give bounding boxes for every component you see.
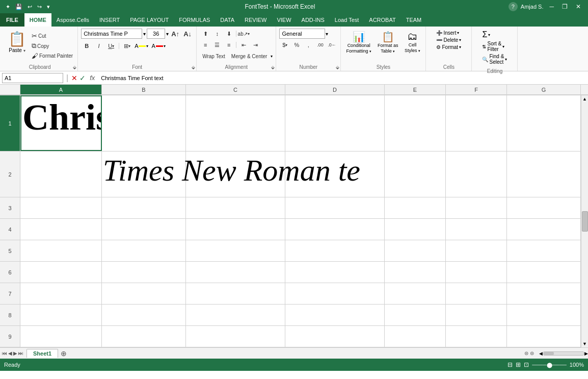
tab-formulas[interactable]: FORMULAS xyxy=(174,13,215,27)
sheet-nav-left2[interactable]: ◀ xyxy=(8,350,12,356)
cell-b6[interactable] xyxy=(102,262,186,283)
window-controls[interactable]: ─ ❐ ✕ xyxy=(546,2,584,11)
cell-e9[interactable] xyxy=(385,326,446,347)
italic-button[interactable]: I xyxy=(93,41,104,51)
number-format-dropdown-icon[interactable]: ▾ xyxy=(326,31,328,37)
row-num-9[interactable]: 9 xyxy=(0,326,20,347)
tab-load-test[interactable]: Load Test xyxy=(330,13,364,27)
cell-b3[interactable] xyxy=(102,197,186,218)
cell-g5[interactable] xyxy=(507,240,581,261)
cell-a5[interactable] xyxy=(20,240,102,261)
copy-button[interactable]: ⧉ Copy xyxy=(30,41,74,50)
cell-b2[interactable]: Times New Roman te xyxy=(102,151,186,197)
cell-a1[interactable]: Christmas Time Font text xyxy=(20,95,102,151)
align-center-button[interactable]: ☰ xyxy=(211,40,223,50)
cell-f9[interactable] xyxy=(446,326,507,347)
currency-button[interactable]: $ ▾ xyxy=(279,40,290,50)
cell-c5[interactable] xyxy=(186,240,285,261)
cell-g3[interactable] xyxy=(507,197,581,218)
cell-e6[interactable] xyxy=(385,262,446,283)
cell-b8[interactable] xyxy=(102,305,186,325)
cell-d6[interactable] xyxy=(285,262,385,283)
cell-b9[interactable] xyxy=(102,326,186,347)
wrap-text-button[interactable]: Wrap Text xyxy=(200,51,228,61)
row-num-1[interactable]: 1 xyxy=(0,95,20,151)
percent-button[interactable]: % xyxy=(291,40,302,50)
sheet-nav-right1[interactable]: ▶ xyxy=(13,350,17,356)
tab-insert[interactable]: INSERT xyxy=(94,13,125,27)
col-header-f[interactable]: F xyxy=(446,85,507,95)
cell-a7[interactable] xyxy=(20,283,102,304)
cell-b5[interactable] xyxy=(102,240,186,261)
align-left-button[interactable]: ≡ xyxy=(200,40,211,50)
align-right-button[interactable]: ≡ xyxy=(223,40,234,50)
cell-a4[interactable] xyxy=(20,219,102,240)
col-header-b[interactable]: B xyxy=(102,85,186,95)
align-middle-button[interactable]: ↕ xyxy=(211,29,223,39)
alignment-expand-icon[interactable]: ⬙ xyxy=(271,65,275,70)
fill-color-button[interactable]: A ▾ xyxy=(133,42,149,49)
autosum-button[interactable]: Σ ▾ xyxy=(480,30,509,40)
tab-view[interactable]: VIEW xyxy=(272,13,296,27)
cell-c7[interactable] xyxy=(186,283,285,304)
cell-g9[interactable] xyxy=(507,326,581,347)
cell-b1[interactable] xyxy=(102,95,186,151)
vertical-scrollbar[interactable]: ▲ ▼ xyxy=(581,95,588,347)
cell-a9[interactable] xyxy=(20,326,102,347)
cell-c1[interactable] xyxy=(186,95,285,151)
font-size-input[interactable] xyxy=(147,29,165,39)
format-as-table-button[interactable]: 📋 Format asTable ▾ xyxy=(376,30,400,55)
cell-d8[interactable] xyxy=(285,305,385,325)
cell-f7[interactable] xyxy=(446,283,507,304)
close-btn[interactable]: ✕ xyxy=(573,2,584,11)
cell-f5[interactable] xyxy=(446,240,507,261)
save-icon[interactable]: 💾 xyxy=(14,3,24,11)
cell-styles-button[interactable]: 🗂 CellStyles ▾ xyxy=(402,30,422,55)
customize-icon[interactable]: ▾ xyxy=(45,3,51,11)
tab-review[interactable]: REVIEW xyxy=(239,13,272,27)
cell-c3[interactable] xyxy=(186,197,285,218)
cell-g8[interactable] xyxy=(507,305,581,325)
cell-d1[interactable] xyxy=(285,95,385,151)
format-painter-button[interactable]: 🖌 Format Painter xyxy=(30,52,74,60)
cell-c2[interactable] xyxy=(186,151,285,197)
tab-file[interactable]: FILE xyxy=(0,13,24,27)
cell-b4[interactable] xyxy=(102,219,186,240)
number-expand-icon[interactable]: ⬙ xyxy=(336,65,339,70)
cell-a8[interactable] xyxy=(20,305,102,325)
horizontal-scrollbar[interactable]: ◀ ▶ xyxy=(539,351,588,356)
tab-acrobat[interactable]: ACROBAT xyxy=(364,13,400,27)
undo-icon[interactable]: ↩ xyxy=(26,3,34,11)
function-icon[interactable]: fx xyxy=(88,74,97,82)
format-button[interactable]: ⚙ Format ▾ xyxy=(435,44,463,50)
cell-e8[interactable] xyxy=(385,305,446,325)
scrollbar-thumb[interactable] xyxy=(582,211,588,232)
cell-f2[interactable] xyxy=(446,151,507,197)
sheet-nav-right2[interactable]: ⏭ xyxy=(18,350,23,356)
cell-b7[interactable] xyxy=(102,283,186,304)
tab-home[interactable]: HOME xyxy=(24,13,51,27)
tab-page-layout[interactable]: PAGE LAYOUT xyxy=(125,13,174,27)
cell-c9[interactable] xyxy=(186,326,285,347)
tab-addins[interactable]: ADD-INS xyxy=(297,13,330,27)
delete-button[interactable]: ➖ Delete ▾ xyxy=(435,37,463,43)
decrease-font-button[interactable]: A↓ xyxy=(182,29,193,39)
quick-access-toolbar[interactable]: ✦ 💾 ↩ ↪ ▾ xyxy=(4,3,51,11)
cell-d7[interactable] xyxy=(285,283,385,304)
cell-a3[interactable] xyxy=(20,197,102,218)
font-expand-icon[interactable]: ⬙ xyxy=(192,65,195,70)
page-break-btn[interactable]: ⊡ xyxy=(524,361,529,368)
formula-cancel-icon[interactable]: ✕ xyxy=(71,74,77,82)
add-sheet-button[interactable]: ⊕ xyxy=(59,349,68,358)
decrease-decimal-button[interactable]: .0← xyxy=(326,40,337,50)
cell-e7[interactable] xyxy=(385,283,446,304)
zoom-slider[interactable]: ────⬤──── xyxy=(532,362,567,368)
cell-g1[interactable] xyxy=(507,95,581,151)
cell-e3[interactable] xyxy=(385,197,446,218)
cell-e5[interactable] xyxy=(385,240,446,261)
clipboard-expand-icon[interactable]: ⬙ xyxy=(73,65,76,70)
sort-filter-button[interactable]: ⇅ Sort &Filter ▾ xyxy=(480,40,509,53)
scrollbar-up-btn[interactable]: ▲ xyxy=(581,95,588,103)
align-top-button[interactable]: ⬆ xyxy=(200,29,211,39)
restore-btn[interactable]: ❐ xyxy=(559,2,571,11)
